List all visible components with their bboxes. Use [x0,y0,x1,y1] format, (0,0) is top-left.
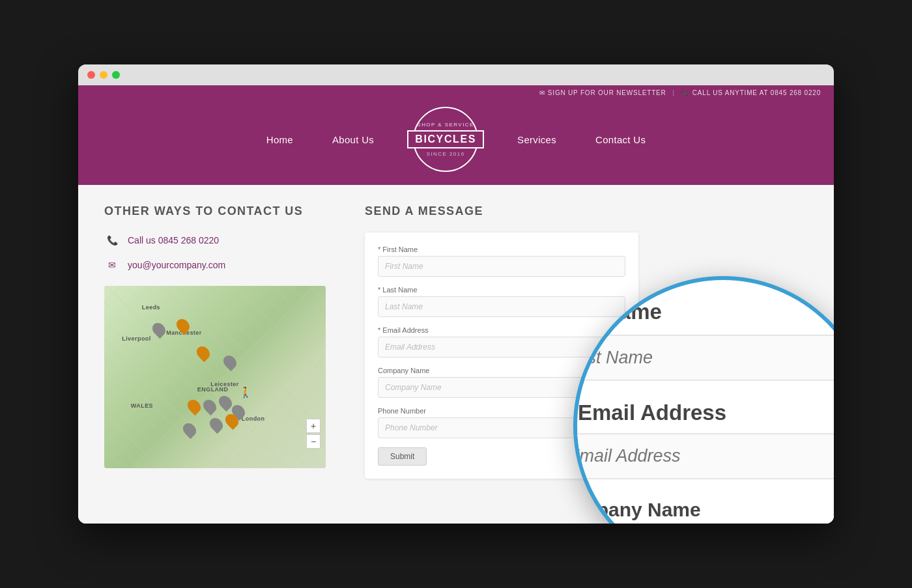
top-bar: ✉ SIGN UP FOR OUR NEWSLETTER | 📞 CALL US… [78,85,834,100]
nav-services[interactable]: Services [517,134,556,145]
zoom-content: Last Name * * Email Address Company Name [573,280,834,524]
nav-contact[interactable]: Contact Us [595,134,646,145]
newsletter-icon: ✉ [539,89,545,96]
zoom-last-name-label: Last Name [573,300,834,325]
map-bg: Leeds Liverpool Manchester ENGLAND WALES… [104,286,326,468]
navbar: Home About Us SHOP & SERVICE BICYCLES SI… [78,100,834,185]
email-contact-text[interactable]: you@yourcompany.com [128,260,225,270]
map-person-pin: 🚶 [239,386,252,399]
zoom-email-input[interactable] [573,434,834,480]
send-message-heading: SEND A MESSAGE [365,204,808,218]
zoom-circle: Last Name * * Email Address Company Name [573,276,834,524]
maximize-dot[interactable] [112,71,120,79]
zoom-last-name-input[interactable] [573,335,834,381]
map-zoom-out[interactable]: − [306,434,321,449]
map-pin-7 [180,421,199,439]
submit-button[interactable]: Submit [378,447,427,466]
divider: | [673,89,675,96]
phone-contact-item: 📞 Call us 0845 268 0220 [104,232,339,248]
first-name-input[interactable] [378,256,625,277]
logo-main: BICYCLES [407,130,484,148]
browser-titlebar [78,64,834,85]
zoom-company-label: Company Name [573,499,834,522]
email-contact-item: ✉ you@yourcompany.com [104,257,339,273]
map-label-london: London [242,415,265,422]
phone-text: CALL US ANYTIME AT 0845 268 0220 [692,89,821,96]
map-label-wales: WALES [131,402,153,409]
first-name-label: * First Name [378,245,625,253]
map-pin-3 [201,397,219,415]
map-pin-2 [220,353,238,371]
map-pin-orange-3 [185,397,203,415]
other-ways-heading: OTHER WAYS TO CONTACT US [104,204,339,218]
map-pin-1 [150,320,168,339]
newsletter-text[interactable]: SIGN UP FOR OUR NEWSLETTER [548,89,666,96]
logo-bottom: SINCE 2016 [427,151,465,157]
phone-icon: 📞 [681,89,690,96]
main-content: OTHER WAYS TO CONTACT US 📞 Call us 0845 … [78,185,834,524]
close-dot[interactable] [87,71,95,79]
logo-badge: SHOP & SERVICE BICYCLES SINCE 2016 [413,107,478,172]
minimize-dot[interactable] [100,71,107,79]
zoom-email-label-text: * Email Address [573,400,726,425]
email-contact-icon: ✉ [104,257,120,273]
first-name-group: * First Name [378,245,625,277]
logo-top: SHOP & SERVICE [417,122,474,128]
nav-home[interactable]: Home [266,134,293,145]
map-pin-5 [207,415,225,433]
nav-about[interactable]: About Us [332,134,374,145]
left-panel: OTHER WAYS TO CONTACT US 📞 Call us 0845 … [104,204,339,504]
map-zoom-in[interactable]: + [306,419,321,433]
map-pin-orange-2 [194,344,212,362]
map-controls: + − [306,419,321,449]
phone-contact-text[interactable]: Call us 0845 268 0220 [128,235,219,245]
map-label-leicester: Leicester [210,381,239,387]
map-container: Leeds Liverpool Manchester ENGLAND WALES… [104,286,326,468]
map-label-liverpool: Liverpool [122,335,151,342]
map-label-leeds: Leeds [142,304,160,311]
phone-contact-icon: 📞 [104,232,120,248]
browser-window: ✉ SIGN UP FOR OUR NEWSLETTER | 📞 CALL US… [78,64,834,524]
